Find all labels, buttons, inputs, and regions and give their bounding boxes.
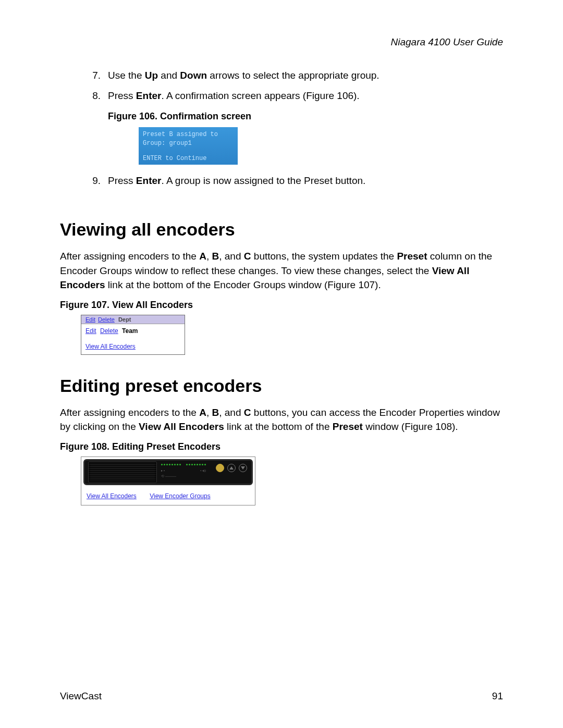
group-name: Team	[122, 327, 138, 335]
page-header-title: Niagara 4100 User Guide	[60, 36, 503, 48]
footer-page-number: 91	[492, 690, 503, 702]
section1-paragraph: After assigning encoders to the A, B, an…	[60, 249, 503, 292]
lcd-line: Group: group1	[143, 139, 234, 148]
device-status-area: ▸ ▪• ◂)) ⟲ ———	[157, 462, 251, 483]
view-all-encoders-link[interactable]: View All Encoders	[85, 343, 136, 350]
panel-links-row: View All Encoders View Encoder Groups	[81, 487, 255, 505]
section-heading-viewing: Viewing all encoders	[60, 219, 503, 240]
lcd-line: Preset B assigned to	[143, 130, 234, 139]
group-name: Dept	[118, 316, 131, 323]
lcd-line: ENTER to Continue	[143, 154, 234, 163]
step-number: 9.	[86, 174, 101, 188]
speaker-grille	[88, 461, 157, 483]
device-front-panel: ▸ ▪• ◂)) ⟲ ———	[83, 459, 253, 485]
step-number: 8.	[86, 89, 101, 103]
section-heading-editing: Editing preset encoders	[60, 376, 503, 396]
figure-caption: Figure 107. View All Encoders	[60, 300, 503, 311]
panel-top-row: Edit Delete Dept	[81, 315, 185, 324]
step-number: 7.	[86, 69, 101, 83]
figure-caption: Figure 108. Editing Preset Encoders	[60, 441, 503, 452]
footer-left: ViewCast	[60, 690, 102, 702]
view-all-encoders-panel: Edit Delete Dept Edit Delete Team View A…	[81, 315, 185, 355]
panel-row: Edit Delete Team	[81, 324, 185, 338]
power-icon	[216, 464, 224, 472]
edit-link[interactable]: Edit	[85, 327, 96, 335]
editing-preset-panel: ▸ ▪• ◂)) ⟲ ——— View All Encoders View En…	[81, 456, 255, 505]
edit-link[interactable]: Edit	[85, 316, 95, 323]
panel-row: View All Encoders	[81, 338, 185, 354]
step-text: Press Enter. A group is now assigned to …	[108, 174, 503, 188]
view-all-encoders-link[interactable]: View All Encoders	[87, 492, 137, 500]
figure-caption: Figure 106. Confirmation screen	[108, 110, 503, 123]
view-encoder-groups-link[interactable]: View Encoder Groups	[150, 492, 211, 500]
delete-link[interactable]: Delete	[98, 316, 115, 323]
down-icon	[239, 464, 247, 472]
up-icon	[227, 464, 236, 472]
lcd-screen: Preset B assigned to Group: group1 ENTER…	[139, 127, 238, 165]
delete-link[interactable]: Delete	[100, 327, 118, 335]
step-text: Press Enter. A confirmation screen appea…	[108, 89, 503, 103]
section2-paragraph: After assigning encoders to the A, B, an…	[60, 405, 503, 434]
step-text: Use the Up and Down arrows to select the…	[108, 69, 503, 83]
